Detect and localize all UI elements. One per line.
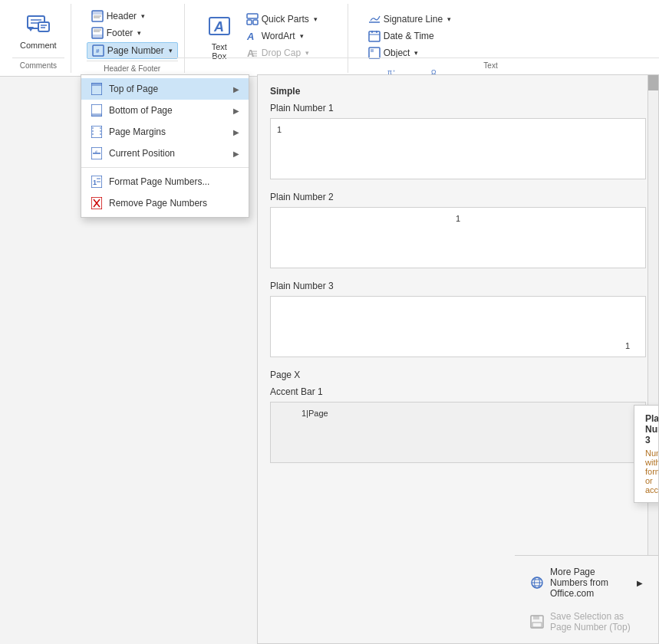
dropcap-label: Drop Cap xyxy=(262,48,301,58)
panel-content: Simple Plain Number 1 1 Plain Number 2 1… xyxy=(258,75,658,77)
page-number-button[interactable]: # Page Number ▾ xyxy=(87,42,178,59)
quick-parts-button[interactable]: Quick Parts ▾ xyxy=(242,12,341,27)
right-panel: Simple Plain Number 1 1 Plain Number 2 1… xyxy=(257,74,659,77)
svg-rect-18 xyxy=(247,14,258,18)
header-footer-buttons: Header ▾ Footer ▾ # Page Number xyxy=(87,8,178,59)
textbox-button[interactable]: A Text Box xyxy=(200,10,239,65)
quick-parts-label: Quick Parts xyxy=(262,14,309,25)
ribbon-group-text: A Text Box Quick Parts ▾ xyxy=(194,4,348,73)
footer-label: Footer xyxy=(107,28,133,38)
svg-text:A: A xyxy=(246,31,254,42)
wordart-label: WordArt xyxy=(262,31,295,41)
text-group-label: Text xyxy=(161,58,659,70)
header-chevron: ▾ xyxy=(141,12,145,20)
svg-rect-32 xyxy=(371,49,374,52)
comment-icon xyxy=(26,13,51,38)
scrollbar[interactable] xyxy=(647,75,658,77)
svg-rect-7 xyxy=(92,11,103,15)
svg-text:#: # xyxy=(96,48,100,54)
svg-rect-11 xyxy=(92,34,103,38)
comments-group-label: Comments xyxy=(12,58,64,70)
signature-line-button[interactable]: Signature Line ▾ xyxy=(364,12,463,27)
footer-icon xyxy=(91,27,104,39)
svg-rect-19 xyxy=(247,20,252,25)
page-number-icon: # xyxy=(92,44,104,57)
date-time-icon xyxy=(368,30,381,42)
dropdown-container: Top of Page ▶ Bottom of Page ▶ Page xyxy=(81,74,249,77)
footer-chevron: ▾ xyxy=(137,29,141,37)
date-time-button[interactable]: Date & Time xyxy=(364,28,463,44)
quick-parts-icon xyxy=(246,13,259,25)
ribbon-group-comments: Comment Comments xyxy=(6,4,71,73)
svg-rect-3 xyxy=(38,22,49,31)
scrollbar-thumb[interactable] xyxy=(648,75,658,77)
comment-button[interactable]: Comment xyxy=(12,7,64,56)
footer-button[interactable]: Footer ▾ xyxy=(87,25,178,41)
ribbon: Comment Comments Header ▾ xyxy=(0,0,659,77)
page-number-chevron: ▾ xyxy=(169,47,173,54)
symbols-buttons: Signature Line ▾ Date & Time Object ▾ xyxy=(364,7,463,61)
svg-rect-27 xyxy=(369,31,380,41)
text-buttons: Quick Parts ▾ A WordArt ▾ A Drop Cap ▾ xyxy=(242,7,341,61)
page-number-dropdown: Top of Page ▶ Bottom of Page ▶ Page xyxy=(81,74,249,77)
svg-rect-20 xyxy=(253,20,258,25)
date-time-label: Date & Time xyxy=(384,31,434,41)
textbox-label: Text xyxy=(212,42,227,51)
page-number-label: Page Number xyxy=(107,45,164,56)
header-label: Header xyxy=(107,11,137,21)
svg-text:A: A xyxy=(213,19,224,34)
wordart-icon: A xyxy=(246,30,259,42)
object-label: Object xyxy=(384,48,410,58)
signature-line-label: Signature Line xyxy=(384,14,443,25)
comment-label: Comment xyxy=(20,41,57,50)
header-icon xyxy=(91,10,104,22)
textbox-icon: A xyxy=(207,15,232,39)
header-button[interactable]: Header ▾ xyxy=(87,8,178,24)
wordart-button[interactable]: A WordArt ▾ xyxy=(242,28,341,44)
signature-icon xyxy=(368,13,381,25)
